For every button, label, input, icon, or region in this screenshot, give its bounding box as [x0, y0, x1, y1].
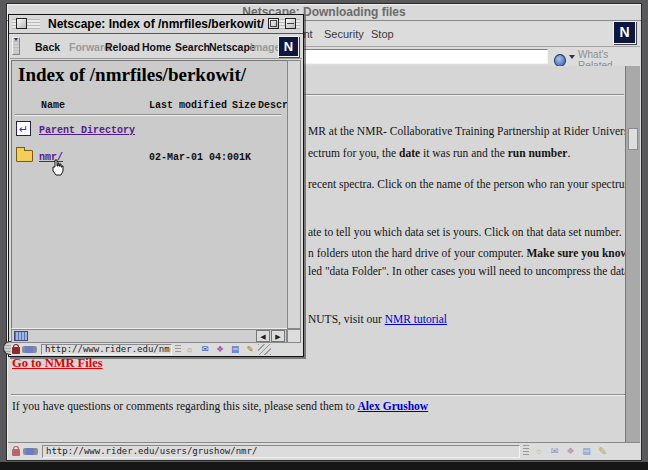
footer-divider [11, 394, 625, 396]
netscape-button[interactable]: Netscape [209, 41, 256, 53]
scrollbar-thumb[interactable] [14, 331, 28, 341]
window-title: Netscape: Index of /nmrfiles/berkowit/ [40, 16, 272, 33]
directory-listing: Index of /nmrfiles/berkowit/ Name Last m… [11, 60, 289, 329]
background-status-bar: http://www.rider.edu/users/grushow/nmr/ … [8, 442, 640, 459]
back-button[interactable]: Back [35, 41, 60, 53]
security-lock-icon[interactable] [12, 347, 20, 354]
navigator-icon[interactable]: ☼ [532, 445, 545, 457]
front-status-bar: http://www.rider.edu/nmrfiles/b ☼ ✉ ❖ ▤ … [10, 343, 302, 355]
parent-directory-icon: ↵ [16, 121, 31, 136]
component-bar-grip[interactable] [523, 445, 529, 457]
text-line: led "data Folder". In other cases you wi… [308, 265, 628, 277]
page-proxy-icon[interactable]: ▤ [580, 445, 593, 457]
plug-icon [23, 448, 38, 455]
horizontal-scrollbar[interactable]: ◀ ▶ [11, 329, 287, 343]
column-header-size: Size [232, 100, 256, 111]
text-line: ate to tell you which data set is yours.… [308, 226, 622, 238]
text-line: ectrum for you, the date it was run and … [308, 147, 570, 159]
security-lock-icon[interactable] [12, 449, 20, 456]
dropdown-arrow-icon [569, 55, 575, 59]
netscape-throbber-icon[interactable]: N [278, 36, 299, 57]
page-proxy-icon[interactable]: ▤ [229, 344, 241, 355]
front-toolbar: Back Forward Reload Home Search Netscape… [10, 35, 302, 59]
toolbar-collapse-tab[interactable] [12, 37, 20, 55]
directory-index-window: Netscape: Index of /nmrfiles/berkowit/ B… [8, 14, 304, 357]
navigator-icon[interactable]: ☼ [184, 344, 196, 355]
globe-icon [554, 54, 566, 67]
vertical-scrollbar[interactable] [625, 66, 640, 442]
text-line: recent spectra. Click on the name of the… [308, 178, 628, 190]
component-bar: ☼ ✉ ❖ ▤ ✎ [184, 344, 256, 355]
text-line: NUTS, visit our NMR tutorial [308, 313, 447, 325]
screen-bezel [0, 462, 648, 470]
close-box[interactable] [16, 18, 27, 29]
security-button[interactable]: Security [324, 28, 364, 40]
discussions-icon[interactable]: ❖ [564, 445, 577, 457]
folder-icon [16, 150, 33, 162]
scroll-left-arrow[interactable]: ◀ [256, 330, 270, 342]
nmr-tutorial-link[interactable]: NMR tutorial [385, 313, 447, 325]
component-bar: ☼ ✉ ❖ ▤ ✎ [532, 445, 609, 457]
zoom-box[interactable] [268, 18, 279, 29]
scroll-right-arrow[interactable]: ▶ [271, 330, 285, 342]
modified-value: 02-Mar-01 04:00 [149, 152, 239, 163]
alex-grushow-link[interactable]: Alex Grushow [358, 400, 429, 412]
discussions-icon[interactable]: ❖ [214, 344, 226, 355]
stop-button[interactable]: Stop [371, 28, 394, 40]
desktop: Netscape: Downloading files Print Securi… [0, 0, 648, 470]
windowshade-box[interactable] [285, 18, 296, 29]
scrollbar-thumb[interactable] [628, 128, 638, 150]
mailbox-icon[interactable]: ✉ [199, 344, 211, 355]
parent-directory-link[interactable]: Parent Directory [39, 125, 135, 136]
go-to-nmr-files-link[interactable]: Go to NMR Files [12, 356, 103, 371]
status-url-text: http://www.rider.edu/nmrfiles/b [41, 344, 172, 355]
text-line: MR at the NMR- Collaborative Training Pa… [308, 125, 628, 137]
mailbox-icon[interactable]: ✉ [548, 445, 561, 457]
hand-cursor-icon [50, 159, 65, 176]
reload-button[interactable]: Reload [105, 41, 140, 53]
composer-icon[interactable]: ✎ [596, 445, 609, 457]
vertical-scrollbar[interactable] [287, 60, 301, 329]
column-header-description: Description [258, 100, 289, 111]
footer-text: If you have questions or comments regard… [12, 400, 428, 412]
scrollbar-corner [287, 329, 301, 343]
page-heading: Index of /nmrfiles/berkowit/ [18, 64, 246, 86]
resize-grip[interactable] [258, 344, 271, 355]
listing-divider [15, 114, 281, 116]
composer-icon[interactable]: ✎ [244, 344, 256, 355]
size-value: 1K [239, 152, 251, 163]
component-bar-grip[interactable] [175, 345, 181, 354]
status-url-text: http://www.rider.edu/users/grushow/nmr/ [42, 445, 520, 458]
column-header-modified: Last modified [149, 100, 227, 111]
text-line: n folders uton the hard drive of your co… [308, 247, 628, 259]
search-button[interactable]: Search [175, 41, 210, 53]
column-header-name: Name [41, 100, 65, 111]
status-bar-tab[interactable] [3, 341, 11, 355]
home-button[interactable]: Home [142, 41, 171, 53]
netscape-logo-icon[interactable]: N [613, 21, 636, 44]
plug-icon [22, 346, 37, 353]
front-title-bar[interactable]: Netscape: Index of /nmrfiles/berkowit/ [9, 15, 303, 34]
